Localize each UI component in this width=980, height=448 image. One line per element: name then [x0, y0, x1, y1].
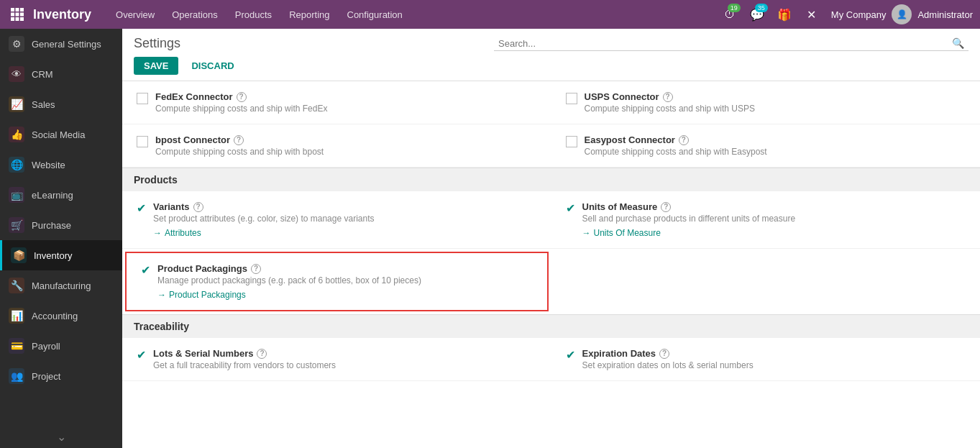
bpost-checkbox[interactable]	[137, 136, 148, 147]
packagings-checkbox[interactable]: ✔	[141, 263, 150, 277]
uom-checkbox[interactable]: ✔	[566, 201, 575, 215]
sidebar-item-crm[interactable]: 👁 CRM	[0, 59, 122, 89]
traceability-section-header: Traceability	[122, 314, 980, 338]
sidebar-label-manufacturing: Manufacturing	[32, 280, 91, 291]
sidebar-label-project: Project	[32, 371, 60, 382]
variants-title: Variants	[153, 201, 190, 212]
nav-overview[interactable]: Overview	[109, 6, 162, 23]
expiration-dates-setting: ✔ Expiration Dates ? Set expiration date…	[551, 338, 981, 381]
sub-header-top: Settings 🔍	[134, 36, 968, 51]
sidebar-label-accounting: Accounting	[32, 311, 78, 321]
svg-rect-4	[16, 13, 19, 17]
usps-title: USPS Connector	[585, 91, 659, 102]
expiration-checkbox[interactable]: ✔	[566, 348, 575, 362]
sidebar-scroll-down[interactable]: ⌄	[0, 426, 122, 448]
sidebar-item-accounting[interactable]: 📊 Accounting	[0, 301, 122, 331]
elearning-icon: 📺	[9, 187, 24, 203]
variants-checkbox[interactable]: ✔	[137, 201, 146, 215]
activity-icon[interactable]: ⏱ 19	[719, 4, 741, 25]
sidebar-label-payroll: Payroll	[32, 341, 60, 352]
action-buttons: SAVE DISCARD	[134, 57, 968, 75]
gift-icon[interactable]: 🎁	[774, 4, 795, 25]
shipping-items-partial: FedEx Connector ? Compute shipping costs…	[122, 81, 980, 168]
website-icon: 🌐	[9, 157, 24, 173]
page-title: Settings	[134, 36, 180, 51]
svg-rect-5	[20, 13, 24, 17]
arrow-right-icon: →	[153, 228, 162, 238]
sidebar-item-project[interactable]: 👥 Project	[0, 361, 122, 391]
nav-configuration[interactable]: Configuration	[340, 6, 410, 23]
fedex-checkbox[interactable]	[137, 93, 148, 104]
svg-rect-1	[16, 8, 19, 12]
sidebar-item-sales[interactable]: 📈 Sales	[0, 89, 122, 119]
svg-rect-0	[11, 8, 14, 12]
lots-title: Lots & Serial Numbers	[153, 348, 253, 359]
general-settings-icon: ⚙	[9, 36, 24, 52]
sub-header: Settings 🔍 SAVE DISCARD	[122, 29, 980, 81]
variants-help-icon[interactable]: ?	[193, 202, 203, 212]
bpost-desc: Compute shipping costs and ship with bpo…	[155, 147, 537, 157]
avatar[interactable]: 👤	[892, 4, 912, 24]
app-layout: ⚙ General Settings 👁 CRM 📈 Sales 👍 Socia…	[0, 29, 980, 448]
activity-badge: 19	[728, 4, 741, 12]
bpost-help-icon[interactable]: ?	[234, 135, 244, 145]
sidebar-label-general-settings: General Settings	[32, 39, 101, 50]
sidebar-item-inventory[interactable]: 📦 Inventory	[0, 240, 122, 270]
sidebar-item-elearning[interactable]: 📺 eLearning	[0, 180, 122, 210]
uom-link[interactable]: → Units Of Measure	[582, 228, 661, 238]
sidebar-label-crm: CRM	[32, 69, 53, 80]
sidebar-item-social-media[interactable]: 👍 Social Media	[0, 119, 122, 150]
nav-products[interactable]: Products	[228, 6, 279, 23]
usps-help-icon[interactable]: ?	[663, 92, 673, 102]
navbar-right: ⏱ 19 💬 35 🎁 ✕ My Company 👤 Administrator	[719, 4, 973, 25]
close-icon[interactable]: ✕	[801, 4, 823, 25]
admin-name[interactable]: Administrator	[917, 9, 973, 20]
search-input[interactable]	[498, 38, 952, 49]
sidebar-item-manufacturing[interactable]: 🔧 Manufacturing	[0, 270, 122, 301]
inventory-icon: 📦	[11, 247, 27, 263]
lots-help-icon[interactable]: ?	[257, 349, 267, 359]
nav-operations[interactable]: Operations	[165, 6, 225, 23]
navbar: Inventory Overview Operations Products R…	[0, 0, 980, 29]
usps-checkbox[interactable]	[566, 93, 577, 104]
sidebar-item-general-settings[interactable]: ⚙ General Settings	[0, 29, 122, 59]
nav-reporting[interactable]: Reporting	[282, 6, 336, 23]
chat-icon[interactable]: 💬 35	[746, 4, 768, 25]
svg-rect-3	[11, 13, 14, 17]
lots-checkbox[interactable]: ✔	[137, 348, 146, 362]
uom-title: Units of Measure	[582, 201, 658, 212]
easypost-help-icon[interactable]: ?	[679, 135, 689, 145]
packagings-help-icon[interactable]: ?	[251, 264, 261, 274]
company-name[interactable]: My Company	[831, 9, 887, 20]
sidebar-item-payroll[interactable]: 💳 Payroll	[0, 331, 122, 361]
uom-help-icon[interactable]: ?	[661, 202, 671, 212]
easypost-checkbox[interactable]	[566, 136, 577, 147]
grid-menu-icon[interactable]	[7, 4, 27, 24]
fedex-help-icon[interactable]: ?	[237, 92, 247, 102]
app-title: Inventory	[33, 7, 91, 22]
accounting-icon: 📊	[9, 308, 24, 324]
discard-button[interactable]: DISCARD	[184, 57, 241, 75]
navbar-menu: Overview Operations Products Reporting C…	[109, 6, 719, 23]
variants-link[interactable]: → Attributes	[153, 228, 201, 238]
expiration-title: Expiration Dates	[582, 348, 656, 359]
project-icon: 👥	[9, 368, 24, 384]
sidebar-label-website: Website	[32, 160, 65, 170]
sidebar-label-elearning: eLearning	[32, 190, 73, 201]
sidebar-item-purchase[interactable]: 🛒 Purchase	[0, 210, 122, 240]
lots-desc: Get a full traceability from vendors to …	[153, 360, 537, 370]
payroll-icon: 💳	[9, 338, 24, 354]
lots-serial-setting: ✔ Lots & Serial Numbers ? Get a full tra…	[122, 338, 551, 381]
packagings-desc: Manage product packagings (e.g. pack of …	[157, 275, 533, 285]
save-button[interactable]: SAVE	[134, 57, 178, 75]
packagings-title: Product Packagings	[157, 263, 247, 274]
main-content: Settings 🔍 SAVE DISCARD	[122, 29, 980, 448]
easypost-setting: Easypost Connector ? Compute shipping co…	[551, 124, 981, 168]
sidebar-item-website[interactable]: 🌐 Website	[0, 150, 122, 180]
expiration-help-icon[interactable]: ?	[659, 349, 669, 359]
packagings-link[interactable]: → Product Packagings	[157, 290, 246, 300]
sidebar-label-social-media: Social Media	[32, 129, 85, 140]
fedex-title: FedEx Connector	[155, 91, 233, 102]
search-icon[interactable]: 🔍	[952, 37, 964, 49]
chat-badge: 35	[755, 4, 768, 12]
